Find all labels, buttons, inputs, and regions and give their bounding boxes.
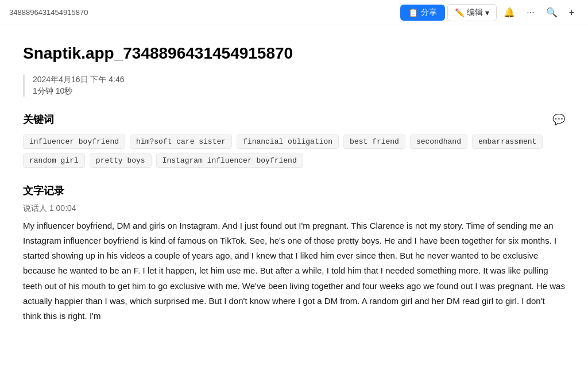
main-content: Snaptik.app_7348896431454915870 2024年4月1… <box>0 25 588 377</box>
keyword-tag: influencer boyfriend <box>23 134 125 149</box>
transcript-title: 文字记录 <box>23 184 565 198</box>
keywords-header: 关键词 💬 <box>23 113 565 126</box>
edit-icon: ✏️ <box>455 8 465 17</box>
meta-duration: 1分钟 10秒 <box>33 86 565 97</box>
share-icon: 📋 <box>408 8 418 17</box>
keyword-tag: Instagram influencer boyfriend <box>156 153 303 168</box>
bell-button[interactable]: 🔔 <box>499 4 520 21</box>
search-button[interactable]: 🔍 <box>541 4 562 21</box>
keyword-tag: pretty boys <box>90 153 152 168</box>
share-button[interactable]: 📋 分享 <box>400 5 445 21</box>
meta-info: 2024年4月16日 下午 4:46 1分钟 10秒 <box>23 75 565 97</box>
transcript-text: My influencer boyfriend, DM and girls on… <box>23 218 565 324</box>
keyword-tag: best friend <box>343 134 405 149</box>
bell-icon: 🔔 <box>504 7 515 17</box>
comment-icon[interactable]: 💬 <box>552 113 565 126</box>
share-label: 分享 <box>421 7 437 18</box>
chevron-down-icon: ▾ <box>485 8 489 17</box>
meta-date: 2024年4月16日 下午 4:46 <box>33 75 565 85</box>
edit-button[interactable]: ✏️ 编辑 ▾ <box>447 4 497 21</box>
transcript-section: 文字记录 说话人 1 00:04 My influencer boyfriend… <box>23 184 565 324</box>
keywords-container: influencer boyfriendhim?soft care sister… <box>23 134 565 168</box>
plus-icon: + <box>569 7 574 17</box>
search-icon: 🔍 <box>546 7 558 17</box>
keywords-title: 关键词 <box>23 113 54 126</box>
speaker-label: 说话人 1 00:04 <box>23 203 565 214</box>
more-icon: ··· <box>527 7 534 17</box>
page-title: Snaptik.app_7348896431454915870 <box>23 44 565 63</box>
top-bar-title: 3488896431454915870 <box>9 8 88 17</box>
keyword-tag: embarrassment <box>472 134 543 149</box>
keyword-tag: him?soft care sister <box>130 134 232 149</box>
keyword-tag: random girl <box>23 153 85 168</box>
edit-label: 编辑 <box>467 7 483 18</box>
more-button[interactable]: ··· <box>522 5 539 21</box>
add-button[interactable]: + <box>564 5 579 21</box>
top-bar-actions: 📋 分享 ✏️ 编辑 ▾ 🔔 ··· 🔍 + <box>400 4 579 21</box>
keyword-tag: secondhand <box>410 134 467 149</box>
keyword-tag: financial obligation <box>237 134 339 149</box>
top-bar: 3488896431454915870 📋 分享 ✏️ 编辑 ▾ 🔔 ··· 🔍… <box>0 0 588 25</box>
